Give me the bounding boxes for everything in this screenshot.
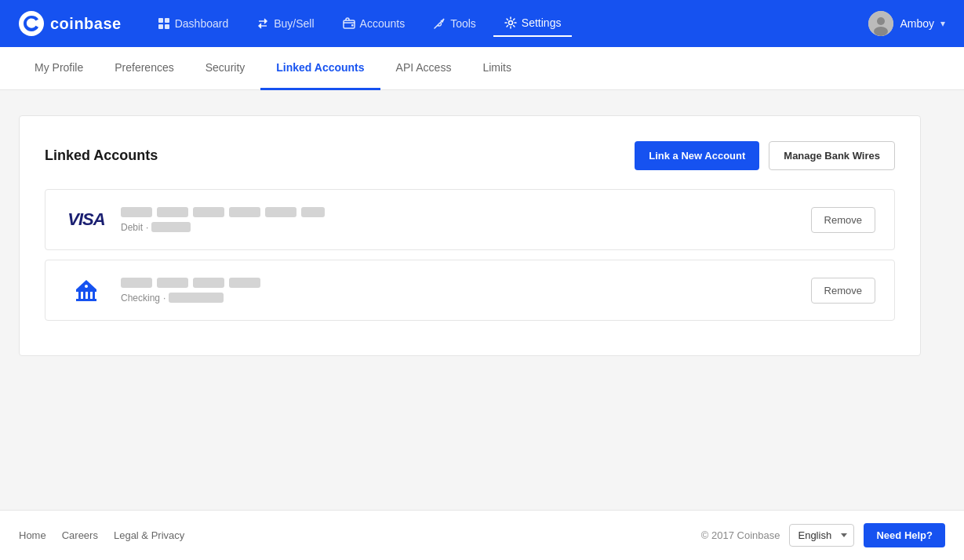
card-title: Linked Accounts bbox=[45, 147, 158, 164]
dot-separator: · bbox=[163, 293, 166, 304]
manage-bank-wires-button[interactable]: Manage Bank Wires bbox=[769, 141, 895, 170]
arrows-icon bbox=[256, 17, 269, 30]
main-content: Linked Accounts Link a New Account Manag… bbox=[0, 90, 964, 510]
blurred-bank-name-1 bbox=[121, 278, 152, 288]
logo[interactable]: coinbase bbox=[19, 11, 122, 36]
linked-accounts-card: Linked Accounts Link a New Account Manag… bbox=[19, 115, 921, 356]
need-help-button[interactable]: Need Help? bbox=[864, 523, 945, 547]
top-navigation: coinbase Dashboard Buy/Sell Accounts bbox=[0, 0, 964, 47]
header-buttons: Link a New Account Manage Bank Wires bbox=[635, 141, 895, 170]
coinbase-logo-icon bbox=[19, 11, 44, 36]
blurred-bank-name-2 bbox=[157, 278, 188, 288]
bank-account-type-label: Checking bbox=[121, 293, 160, 304]
blurred-name-4 bbox=[229, 207, 260, 217]
remove-visa-button[interactable]: Remove bbox=[811, 207, 875, 233]
account-row: Checking · Remove bbox=[45, 260, 895, 321]
nav-links: Dashboard Buy/Sell Accounts Tools bbox=[147, 10, 869, 37]
nav-tools[interactable]: Tools bbox=[422, 11, 487, 36]
blurred-bank-name-4 bbox=[229, 278, 260, 288]
avatar-image bbox=[868, 11, 893, 36]
bank-building-icon bbox=[72, 276, 100, 304]
nav-settings[interactable]: Settings bbox=[493, 10, 573, 37]
avatar bbox=[868, 11, 893, 36]
svg-point-18 bbox=[85, 285, 88, 288]
nav-accounts[interactable]: Accounts bbox=[332, 11, 417, 36]
nav-buysell[interactable]: Buy/Sell bbox=[246, 11, 325, 36]
blurred-name-3 bbox=[193, 207, 224, 217]
blurred-bank-name-3 bbox=[193, 278, 224, 288]
bank-icon bbox=[64, 276, 108, 304]
svg-rect-6 bbox=[351, 24, 354, 27]
svg-rect-11 bbox=[76, 289, 96, 292]
footer-legal-link[interactable]: Legal & Privacy bbox=[114, 529, 184, 541]
blurred-name-6 bbox=[301, 207, 325, 217]
footer-right: © 2017 Coinbase English Need Help? bbox=[701, 523, 945, 547]
svg-rect-1 bbox=[158, 18, 163, 23]
blurred-name-2 bbox=[157, 207, 188, 217]
svg-rect-14 bbox=[88, 292, 90, 299]
blurred-bank-number bbox=[169, 293, 224, 303]
svg-point-10 bbox=[874, 27, 888, 36]
user-menu[interactable]: Amboy ▾ bbox=[868, 11, 945, 36]
svg-rect-3 bbox=[158, 24, 163, 29]
account-type-row: Checking · bbox=[121, 293, 811, 304]
svg-rect-4 bbox=[165, 24, 169, 29]
settings-tabs-bar: My Profile Preferences Security Linked A… bbox=[0, 47, 964, 90]
account-type-label: Debit bbox=[121, 222, 143, 233]
tools-icon bbox=[433, 17, 446, 30]
remove-bank-button[interactable]: Remove bbox=[811, 278, 875, 304]
account-name-row bbox=[121, 278, 811, 288]
tab-my-profile[interactable]: My Profile bbox=[19, 47, 99, 90]
tab-security[interactable]: Security bbox=[190, 47, 261, 90]
svg-rect-2 bbox=[165, 18, 169, 23]
svg-point-0 bbox=[19, 11, 44, 36]
grid-icon bbox=[158, 17, 170, 30]
user-chevron-icon: ▾ bbox=[940, 18, 945, 29]
card-header: Linked Accounts Link a New Account Manag… bbox=[45, 141, 895, 170]
svg-rect-12 bbox=[78, 292, 81, 299]
account-type-row: Debit · bbox=[121, 222, 811, 233]
footer: Home Careers Legal & Privacy © 2017 Coin… bbox=[0, 510, 964, 560]
svg-rect-13 bbox=[83, 292, 85, 299]
svg-rect-16 bbox=[76, 299, 96, 301]
tab-api-access[interactable]: API Access bbox=[380, 47, 467, 90]
footer-home-link[interactable]: Home bbox=[19, 529, 46, 541]
tab-limits[interactable]: Limits bbox=[467, 47, 527, 90]
link-new-account-button[interactable]: Link a New Account bbox=[635, 141, 759, 170]
blurred-name-5 bbox=[265, 207, 296, 217]
visa-icon: VISA bbox=[64, 205, 108, 234]
blurred-account-number bbox=[151, 222, 191, 232]
nav-dashboard[interactable]: Dashboard bbox=[147, 11, 240, 36]
svg-rect-15 bbox=[93, 292, 95, 299]
account-info: Debit · bbox=[121, 207, 811, 233]
footer-links: Home Careers Legal & Privacy bbox=[19, 529, 184, 541]
wallet-icon bbox=[343, 17, 355, 30]
account-info: Checking · bbox=[121, 278, 811, 304]
account-name-row bbox=[121, 207, 811, 217]
svg-point-7 bbox=[508, 21, 512, 25]
footer-careers-link[interactable]: Careers bbox=[62, 529, 98, 541]
dot-separator: · bbox=[146, 222, 148, 233]
logo-text: coinbase bbox=[50, 15, 122, 33]
account-row: VISA Debit · Remove bbox=[45, 189, 895, 250]
blurred-name-1 bbox=[121, 207, 152, 217]
username-label: Amboy bbox=[900, 17, 934, 30]
tab-linked-accounts[interactable]: Linked Accounts bbox=[260, 47, 380, 90]
svg-point-9 bbox=[877, 17, 885, 25]
gear-icon bbox=[504, 16, 517, 29]
copyright-text: © 2017 Coinbase bbox=[701, 529, 780, 541]
tab-preferences[interactable]: Preferences bbox=[99, 47, 189, 90]
language-selector[interactable]: English bbox=[789, 524, 854, 547]
